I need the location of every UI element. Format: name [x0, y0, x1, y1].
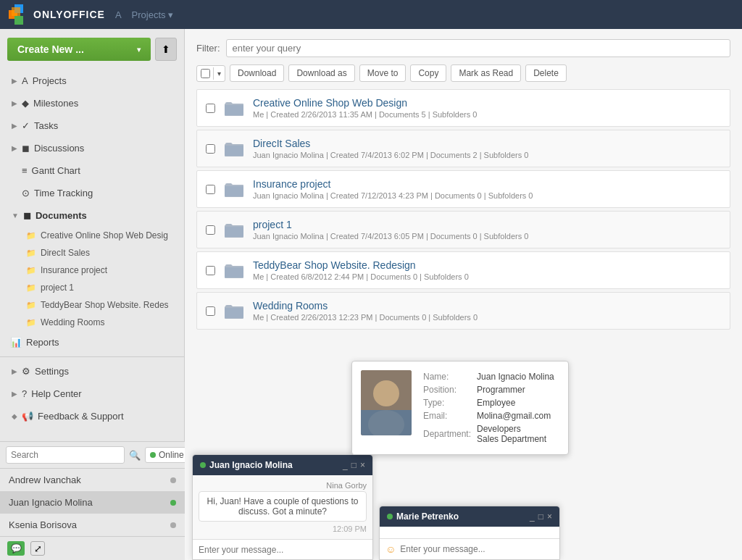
doc-checkbox-0[interactable] — [206, 104, 215, 113]
delete-button[interactable]: Delete — [525, 64, 567, 82]
user-row-0[interactable]: Andrew Ivanchak — [0, 469, 185, 491]
user-row-2[interactable]: Ksenia Borisova — [0, 514, 185, 536]
doc-info-2: Insurance project Juan Ignacio Molina | … — [253, 178, 721, 200]
folder-icon: 📁 — [26, 301, 36, 310]
checkbox-dropdown-arrow[interactable]: ▾ — [213, 67, 225, 80]
sidebar-item-documents[interactable]: ▼ ◼ Documents — [0, 204, 184, 227]
svg-rect-13 — [361, 410, 412, 435]
download-as-button[interactable]: Download as — [288, 64, 354, 82]
upload-button[interactable]: ⬆ — [155, 38, 177, 61]
profile-info: Name: Juan Ignacio Molina Position: Prog… — [420, 370, 557, 446]
folder-icon-0 — [222, 98, 246, 118]
nav-projects-link[interactable]: Projects ▾ — [132, 9, 173, 20]
svg-rect-3 — [12, 7, 20, 16]
chat-minimize-2[interactable]: _ — [530, 511, 535, 522]
sidebar-item-reports[interactable]: 📊 Reports — [0, 331, 184, 354]
chat-expand-1[interactable]: □ — [351, 460, 357, 470]
doc-checkbox-1[interactable] — [206, 144, 215, 154]
chat-body-1: Nina Gorby Hi, Juan! Have a couple of qu… — [193, 475, 372, 539]
folder-icon-3 — [222, 220, 246, 240]
create-new-area: Create New ... ▾ ⬆ — [0, 29, 184, 70]
svg-rect-7 — [225, 227, 243, 237]
chat-status-dot-2 — [387, 514, 393, 519]
sidebar-item-discussions[interactable]: ▶ ◼ Discussions — [0, 137, 184, 159]
nav-separator: A — [115, 9, 122, 20]
user-row-1[interactable]: Juan Ignacio Molina — [0, 491, 185, 514]
user-search-input[interactable] — [6, 446, 125, 464]
sidebar-item-tasks[interactable]: ▶ ✓ Tasks — [0, 114, 184, 137]
download-button[interactable]: Download — [230, 64, 284, 82]
chat-message-1: Hi, Juan! Have a couple of questions to … — [199, 491, 367, 522]
chat-close-2[interactable]: × — [547, 511, 552, 522]
sidebar-sub-item-2[interactable]: 📁 Insurance project — [0, 262, 184, 279]
sidebar-sub-item-0[interactable]: 📁 Creative Online Shop Web Desig — [0, 227, 184, 244]
sidebar-item-projects[interactable]: ▶ A Projects — [0, 70, 184, 92]
chat-emoji-icon[interactable]: ☺ — [385, 543, 396, 555]
doc-row-0[interactable]: Creative Online Shop Web Design Me | Cre… — [196, 89, 730, 127]
doc-row-4[interactable]: TeddyBear Shop Website. Redesign Me | Cr… — [196, 251, 730, 289]
open-chat-button[interactable]: 💬 — [7, 541, 25, 556]
move-to-button[interactable]: Move to — [359, 64, 407, 82]
sidebar-item-settings[interactable]: ▶ ⚙ Settings — [0, 360, 184, 383]
sidebar-sub-item-5[interactable]: 📁 Wedding Rooms — [0, 314, 184, 331]
copy-button[interactable]: Copy — [410, 64, 446, 82]
svg-rect-2 — [14, 16, 23, 25]
divider — [0, 356, 184, 357]
sidebar-sub-item-3[interactable]: 📁 project 1 — [0, 279, 184, 296]
chat-container: Juan Ignacio Molina _ □ × Nina Gorby Hi,… — [185, 454, 742, 560]
profile-popup: Name: Juan Ignacio Molina Position: Prog… — [351, 361, 569, 455]
doc-row-2[interactable]: Insurance project Juan Ignacio Molina | … — [196, 170, 730, 208]
chat-close-1[interactable]: × — [360, 460, 365, 470]
doc-checkbox-5[interactable] — [206, 306, 215, 316]
filter-bar: Filter: — [185, 29, 742, 64]
chat-window-2: Marie Petrenko _ □ × ☺ — [379, 506, 560, 560]
main-content: Filter: ▾ Download Download as Move to C… — [185, 29, 742, 560]
chat-input-2[interactable] — [400, 544, 554, 554]
select-all-check[interactable] — [201, 69, 210, 78]
sidebar-sub-item-1[interactable]: 📁 DirecIt Sales — [0, 244, 184, 262]
doc-info-5: Wedding Rooms Me | Created 2/26/2013 12:… — [253, 300, 721, 322]
sidebar-sub-item-4[interactable]: 📁 TeddyBear Shop Website. Redes — [0, 296, 184, 314]
chat-header-1: Juan Ignacio Molina _ □ × — [193, 455, 372, 475]
doc-row-3[interactable]: project 1 Juan Ignacio Molina | Created … — [196, 211, 730, 248]
svg-rect-4 — [225, 105, 243, 115]
online-status-dropdown[interactable]: Online ▾ — [145, 447, 185, 463]
doc-checkbox-2[interactable] — [206, 185, 215, 194]
doc-row-5[interactable]: Wedding Rooms Me | Created 2/26/2013 12:… — [196, 292, 730, 330]
logo-area: ONLYOFFICE — [9, 4, 105, 25]
create-new-button[interactable]: Create New ... ▾ — [7, 38, 151, 61]
user-status-dot — [170, 500, 176, 506]
expand-button[interactable]: ⤢ — [30, 541, 45, 556]
user-status-dot — [170, 477, 176, 483]
sidebar-item-helpcenter[interactable]: ▶ ? Help Center — [0, 383, 184, 405]
chat-header-2: Marie Petrenko _ □ × — [380, 506, 559, 527]
chat-expand-2[interactable]: □ — [538, 511, 543, 522]
doc-info-0: Creative Online Shop Web Design Me | Cre… — [253, 97, 721, 119]
main-layout: Create New ... ▾ ⬆ ▶ A Projects ▶ ◆ Mile… — [0, 29, 742, 560]
folder-icon-4 — [222, 260, 246, 280]
folder-icon: 📁 — [26, 318, 36, 327]
svg-rect-5 — [225, 146, 243, 156]
action-bar: ▾ Download Download as Move to Copy Mark… — [185, 64, 742, 89]
folder-icon-1 — [222, 138, 246, 159]
chat-input-1[interactable] — [199, 545, 367, 555]
doc-info-1: DirecIt Sales Juan Ignacio Molina | Crea… — [253, 138, 721, 159]
filter-label: Filter: — [196, 43, 220, 54]
sidebar-item-feedback[interactable]: ◆ 📢 Feedback & Support — [0, 405, 184, 427]
select-all-checkbox[interactable]: ▾ — [196, 65, 225, 82]
doc-checkbox-4[interactable] — [206, 266, 215, 275]
sidebar-item-milestones[interactable]: ▶ ◆ Milestones — [0, 92, 184, 114]
doc-checkbox-3[interactable] — [206, 225, 215, 235]
chat-body-2 — [380, 527, 559, 538]
sidebar-item-timetracking[interactable]: ⊙ Time Tracking — [0, 182, 184, 204]
search-icon[interactable]: 🔍 — [129, 450, 141, 461]
mark-as-read-button[interactable]: Mark as Read — [451, 64, 521, 82]
chat-minimize-1[interactable]: _ — [343, 460, 348, 470]
folder-icon: 📁 — [26, 248, 36, 258]
user-status-dot — [170, 522, 176, 528]
sidebar-item-gantt[interactable]: ≡ Gantt Chart — [0, 159, 184, 182]
doc-row-1[interactable]: DirecIt Sales Juan Ignacio Molina | Crea… — [196, 130, 730, 167]
chat-input-area-2: ☺ — [380, 538, 559, 559]
filter-input[interactable] — [226, 39, 731, 57]
svg-point-11 — [373, 380, 399, 406]
